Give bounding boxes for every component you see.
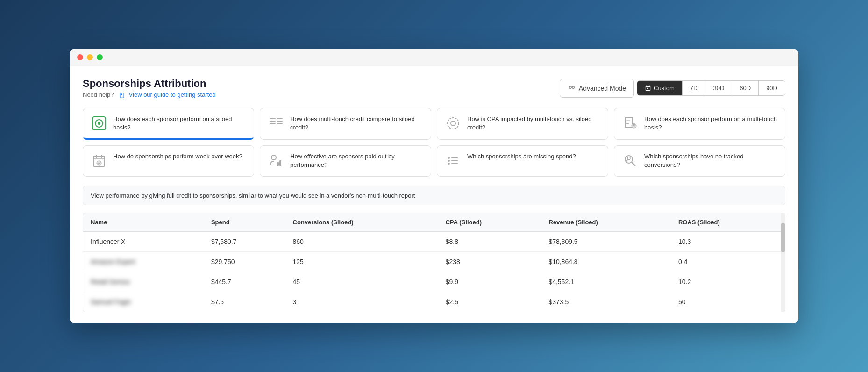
svg-rect-15 — [626, 120, 630, 121]
multi-touch-basis-icon — [623, 116, 637, 130]
svg-rect-16 — [626, 122, 630, 122]
card-1-text: How does each sponsor perform on a siloe… — [113, 115, 246, 132]
target-icon — [91, 115, 107, 132]
list-compare-icon — [268, 115, 285, 132]
table-row: Retail Genius$445.745$9.9$4,552.110.2 — [83, 272, 785, 292]
tab-60d-label: 60D — [740, 85, 751, 92]
table-row: Amazon Expert$29,750125$238$10,864.80.4 — [83, 251, 785, 272]
svg-rect-31 — [451, 160, 458, 161]
svg-point-32 — [448, 163, 450, 165]
question-card-5[interactable]: How do sponsorships perform week over we… — [83, 145, 254, 176]
question-card-3[interactable]: How is CPA impacted by multi-touch vs. s… — [437, 108, 608, 140]
svg-rect-7 — [270, 121, 276, 122]
svg-line-35 — [632, 162, 635, 166]
performance-payout-icon — [269, 154, 283, 168]
card-4-text: How does each sponsor perform on a multi… — [644, 115, 777, 132]
data-table-wrapper: Name Spend Conversions (Siloed) CPA (Sil… — [83, 213, 785, 312]
cell-roas: 10.2 — [671, 272, 785, 292]
svg-rect-17 — [626, 123, 629, 124]
cell-spend: $7,580.7 — [204, 231, 285, 251]
cell-conversions: 45 — [285, 272, 438, 292]
question-card-2[interactable]: How does multi-touch credit compare to s… — [260, 108, 431, 140]
svg-rect-27 — [279, 160, 281, 166]
sponsor-siloed-icon — [92, 116, 107, 131]
cell-name: Retail Genius — [83, 272, 204, 292]
svg-rect-9 — [277, 118, 283, 119]
scrollbar-thumb[interactable] — [781, 223, 785, 252]
cell-revenue: $78,309.5 — [541, 231, 671, 251]
cell-cpa: $9.9 — [438, 272, 541, 292]
tab-30d-label: 30D — [713, 85, 724, 92]
calendar-check-icon — [91, 152, 107, 169]
tab-7d-label: 7D — [690, 85, 698, 92]
cell-revenue: $373.5 — [541, 292, 671, 312]
svg-rect-10 — [277, 121, 283, 122]
col-conversions[interactable]: Conversions (Siloed) — [285, 213, 438, 232]
tab-custom[interactable]: Custom — [637, 81, 682, 95]
advanced-mode-button[interactable]: Advanced Mode — [560, 79, 634, 98]
question-card-8[interactable]: Which sponsorships have no tracked conve… — [614, 145, 785, 176]
question-card-7[interactable]: Which sponsorships are missing spend? — [437, 145, 608, 176]
svg-point-30 — [448, 160, 450, 162]
main-content: Sponsorships Attribution Need help? View… — [70, 66, 798, 323]
svg-point-12 — [448, 118, 459, 129]
page-header: Sponsorships Attribution Need help? View… — [83, 78, 785, 99]
week-over-week-icon — [92, 154, 106, 168]
col-roas[interactable]: ROAS (Siloed) — [671, 213, 785, 232]
question-card-6[interactable]: How effective are sponsors paid out by p… — [260, 145, 431, 176]
cell-name: Amazon Expert — [83, 251, 204, 272]
col-revenue[interactable]: Revenue (Siloed) — [541, 213, 671, 232]
header-controls: Advanced Mode Custom 7D 30D 60D — [560, 79, 785, 98]
description-bar: View performance by giving full credit t… — [83, 186, 785, 205]
svg-point-1 — [572, 86, 575, 88]
question-card-1[interactable]: How does each sponsor perform on a siloe… — [83, 108, 254, 140]
card-8-text: Which sponsorships have no tracked conve… — [644, 152, 777, 169]
cell-cpa: $238 — [438, 251, 541, 272]
card-2-text: How does multi-touch credit compare to s… — [290, 115, 423, 132]
close-dot[interactable] — [77, 54, 83, 60]
person-graph-icon — [268, 152, 285, 169]
help-prefix: Need help? — [83, 91, 114, 98]
doc-person-icon — [622, 115, 639, 132]
col-spend[interactable]: Spend — [204, 213, 285, 232]
question-cards: How does each sponsor perform on a siloe… — [83, 108, 785, 177]
tab-30d[interactable]: 30D — [705, 81, 732, 95]
titlebar — [70, 49, 798, 66]
cell-roas: 50 — [671, 292, 785, 312]
col-cpa[interactable]: CPA (Siloed) — [438, 213, 541, 232]
svg-rect-6 — [270, 118, 276, 119]
tab-90d[interactable]: 90D — [758, 81, 785, 95]
data-table: Name Spend Conversions (Siloed) CPA (Sil… — [83, 213, 785, 312]
cell-spend: $445.7 — [204, 272, 285, 292]
page-title-block: Sponsorships Attribution Need help? View… — [83, 78, 216, 99]
table-row: Samuel Fagin$7.53$2.5$373.550 — [83, 292, 785, 312]
card-6-text: How effective are sponsors paid out by p… — [290, 152, 423, 169]
question-card-4[interactable]: How does each sponsor perform on a multi… — [614, 108, 785, 140]
app-window: Sponsorships Attribution Need help? View… — [70, 49, 798, 323]
search-person-icon — [622, 152, 639, 169]
svg-rect-33 — [451, 163, 458, 164]
no-conversions-icon — [623, 154, 637, 168]
table-header-row: Name Spend Conversions (Siloed) CPA (Sil… — [83, 213, 785, 232]
date-tabs: Custom 7D 30D 60D 90D — [637, 80, 785, 96]
list-dots-icon — [445, 152, 462, 169]
cell-cpa: $8.8 — [438, 231, 541, 251]
svg-rect-29 — [451, 157, 458, 158]
table-body: Influencer X$7,580.7860$8.8$78,309.510.3… — [83, 231, 785, 312]
cell-revenue: $4,552.1 — [541, 272, 671, 292]
minimize-dot[interactable] — [87, 54, 93, 60]
scrollbar-track[interactable] — [781, 213, 785, 312]
svg-rect-11 — [277, 123, 283, 124]
tab-60d[interactable]: 60D — [732, 81, 758, 95]
maximize-dot[interactable] — [97, 54, 103, 60]
book-icon — [119, 92, 125, 99]
tab-7d[interactable]: 7D — [682, 81, 705, 95]
svg-point-25 — [271, 155, 276, 160]
help-text: Need help? View our guide to getting sta… — [83, 91, 216, 99]
help-link[interactable]: View our guide to getting started — [129, 91, 216, 98]
advanced-mode-label: Advanced Mode — [579, 85, 626, 92]
tab-custom-label: Custom — [654, 85, 675, 92]
card-3-text: How is CPA impacted by multi-touch vs. s… — [467, 115, 600, 132]
col-name[interactable]: Name — [83, 213, 204, 232]
tab-90d-label: 90D — [766, 85, 777, 92]
